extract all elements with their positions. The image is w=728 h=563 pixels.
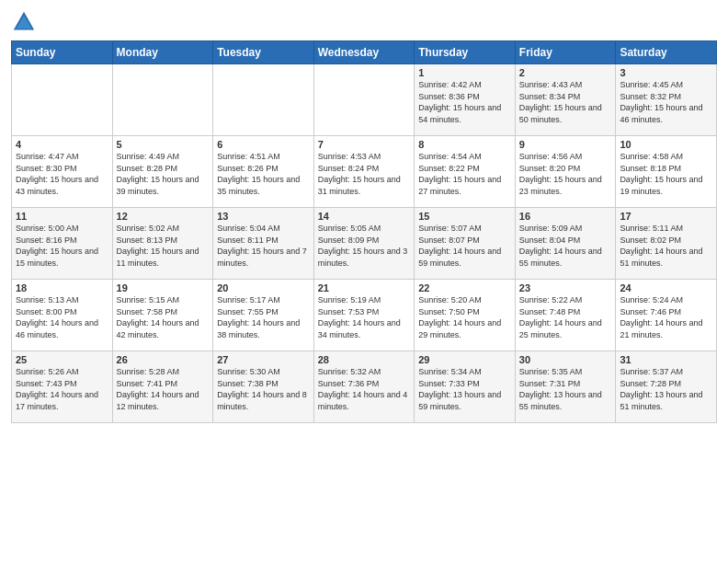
calendar-cell: 30Sunrise: 5:35 AMSunset: 7:31 PMDayligh… (515, 351, 616, 423)
calendar-cell: 23Sunrise: 5:22 AMSunset: 7:48 PMDayligh… (515, 280, 616, 351)
day-info: Sunrise: 5:11 AMSunset: 8:02 PMDaylight:… (620, 223, 712, 269)
weekday-header-thursday: Thursday (415, 41, 516, 64)
day-number: 23 (519, 282, 612, 293)
day-info: Sunrise: 5:15 AMSunset: 7:58 PMDaylight:… (117, 294, 210, 340)
day-number: 12 (117, 211, 210, 222)
day-info: Sunrise: 5:32 AMSunset: 7:36 PMDaylight:… (318, 366, 411, 412)
day-info: Sunrise: 5:19 AMSunset: 7:53 PMDaylight:… (318, 294, 411, 340)
weekday-header-sunday: Sunday (12, 41, 113, 64)
day-number: 18 (16, 282, 108, 293)
logo (11, 9, 40, 35)
calendar-cell: 16Sunrise: 5:09 AMSunset: 8:04 PMDayligh… (515, 208, 616, 280)
day-number: 2 (519, 67, 612, 78)
day-number: 14 (318, 211, 411, 222)
day-number: 3 (620, 67, 712, 78)
day-number: 31 (620, 354, 712, 365)
calendar-week-1: 1Sunrise: 4:42 AMSunset: 8:36 PMDaylight… (12, 64, 717, 136)
weekday-header-wednesday: Wednesday (313, 41, 415, 64)
day-number: 21 (318, 282, 411, 293)
day-number: 8 (418, 139, 511, 150)
day-number: 6 (217, 139, 310, 150)
day-info: Sunrise: 5:00 AMSunset: 8:16 PMDaylight:… (16, 223, 108, 269)
calendar-cell (12, 64, 113, 136)
calendar-cell: 29Sunrise: 5:34 AMSunset: 7:33 PMDayligh… (415, 351, 516, 423)
day-info: Sunrise: 5:28 AMSunset: 7:41 PMDaylight:… (117, 366, 210, 412)
calendar-cell: 6Sunrise: 4:51 AMSunset: 8:26 PMDaylight… (213, 136, 314, 208)
weekday-header-friday: Friday (515, 41, 616, 64)
day-info: Sunrise: 5:09 AMSunset: 8:04 PMDaylight:… (519, 223, 612, 269)
day-info: Sunrise: 4:47 AMSunset: 8:30 PMDaylight:… (16, 151, 108, 197)
day-info: Sunrise: 4:56 AMSunset: 8:20 PMDaylight:… (519, 151, 612, 197)
day-number: 25 (16, 354, 108, 365)
day-number: 7 (318, 139, 411, 150)
calendar-cell: 24Sunrise: 5:24 AMSunset: 7:46 PMDayligh… (616, 280, 717, 351)
day-info: Sunrise: 5:17 AMSunset: 7:55 PMDaylight:… (217, 294, 310, 340)
day-number: 22 (418, 282, 511, 293)
day-number: 27 (217, 354, 310, 365)
calendar-cell: 4Sunrise: 4:47 AMSunset: 8:30 PMDaylight… (12, 136, 113, 208)
calendar-cell: 3Sunrise: 4:45 AMSunset: 8:32 PMDaylight… (616, 64, 717, 136)
day-number: 24 (620, 282, 712, 293)
calendar-cell: 10Sunrise: 4:58 AMSunset: 8:18 PMDayligh… (616, 136, 717, 208)
day-number: 10 (620, 139, 712, 150)
calendar-week-3: 11Sunrise: 5:00 AMSunset: 8:16 PMDayligh… (12, 208, 717, 280)
day-number: 16 (519, 211, 612, 222)
day-info: Sunrise: 5:07 AMSunset: 8:07 PMDaylight:… (418, 223, 511, 269)
calendar-cell: 28Sunrise: 5:32 AMSunset: 7:36 PMDayligh… (313, 351, 415, 423)
day-number: 29 (418, 354, 511, 365)
day-info: Sunrise: 4:45 AMSunset: 8:32 PMDaylight:… (620, 79, 712, 125)
day-info: Sunrise: 5:02 AMSunset: 8:13 PMDaylight:… (117, 223, 210, 269)
calendar-cell: 25Sunrise: 5:26 AMSunset: 7:43 PMDayligh… (12, 351, 113, 423)
calendar-cell: 1Sunrise: 4:42 AMSunset: 8:36 PMDaylight… (415, 64, 516, 136)
calendar-cell: 26Sunrise: 5:28 AMSunset: 7:41 PMDayligh… (112, 351, 213, 423)
day-info: Sunrise: 4:54 AMSunset: 8:22 PMDaylight:… (418, 151, 511, 197)
day-info: Sunrise: 5:04 AMSunset: 8:11 PMDaylight:… (217, 223, 310, 269)
day-number: 17 (620, 211, 712, 222)
day-number: 30 (519, 354, 612, 365)
day-number: 19 (117, 282, 210, 293)
calendar-week-2: 4Sunrise: 4:47 AMSunset: 8:30 PMDaylight… (12, 136, 717, 208)
calendar-week-4: 18Sunrise: 5:13 AMSunset: 8:00 PMDayligh… (12, 280, 717, 351)
day-info: Sunrise: 4:42 AMSunset: 8:36 PMDaylight:… (418, 79, 511, 125)
calendar-week-5: 25Sunrise: 5:26 AMSunset: 7:43 PMDayligh… (12, 351, 717, 423)
day-info: Sunrise: 4:53 AMSunset: 8:24 PMDaylight:… (318, 151, 411, 197)
day-info: Sunrise: 5:22 AMSunset: 7:48 PMDaylight:… (519, 294, 612, 340)
day-info: Sunrise: 5:13 AMSunset: 8:00 PMDaylight:… (16, 294, 108, 340)
day-number: 11 (16, 211, 108, 222)
day-info: Sunrise: 4:58 AMSunset: 8:18 PMDaylight:… (620, 151, 712, 197)
day-info: Sunrise: 5:30 AMSunset: 7:38 PMDaylight:… (217, 366, 310, 412)
calendar-cell: 27Sunrise: 5:30 AMSunset: 7:38 PMDayligh… (213, 351, 314, 423)
calendar-cell: 17Sunrise: 5:11 AMSunset: 8:02 PMDayligh… (616, 208, 717, 280)
calendar-cell: 21Sunrise: 5:19 AMSunset: 7:53 PMDayligh… (313, 280, 415, 351)
weekday-header-tuesday: Tuesday (213, 41, 314, 64)
calendar-cell: 12Sunrise: 5:02 AMSunset: 8:13 PMDayligh… (112, 208, 213, 280)
calendar-cell: 5Sunrise: 4:49 AMSunset: 8:28 PMDaylight… (112, 136, 213, 208)
calendar-cell: 11Sunrise: 5:00 AMSunset: 8:16 PMDayligh… (12, 208, 113, 280)
calendar-cell (313, 64, 415, 136)
day-info: Sunrise: 4:43 AMSunset: 8:34 PMDaylight:… (519, 79, 612, 125)
calendar-cell: 18Sunrise: 5:13 AMSunset: 8:00 PMDayligh… (12, 280, 113, 351)
weekday-header-row: SundayMondayTuesdayWednesdayThursdayFrid… (12, 41, 717, 64)
calendar-cell: 22Sunrise: 5:20 AMSunset: 7:50 PMDayligh… (415, 280, 516, 351)
calendar-table: SundayMondayTuesdayWednesdayThursdayFrid… (11, 40, 717, 423)
header (11, 9, 717, 35)
calendar-cell: 20Sunrise: 5:17 AMSunset: 7:55 PMDayligh… (213, 280, 314, 351)
day-number: 20 (217, 282, 310, 293)
day-info: Sunrise: 4:49 AMSunset: 8:28 PMDaylight:… (117, 151, 210, 197)
calendar-cell: 13Sunrise: 5:04 AMSunset: 8:11 PMDayligh… (213, 208, 314, 280)
day-info: Sunrise: 4:51 AMSunset: 8:26 PMDaylight:… (217, 151, 310, 197)
day-number: 26 (117, 354, 210, 365)
calendar-cell: 19Sunrise: 5:15 AMSunset: 7:58 PMDayligh… (112, 280, 213, 351)
day-number: 4 (16, 139, 108, 150)
day-number: 13 (217, 211, 310, 222)
calendar-cell (213, 64, 314, 136)
calendar-cell: 15Sunrise: 5:07 AMSunset: 8:07 PMDayligh… (415, 208, 516, 280)
day-info: Sunrise: 5:24 AMSunset: 7:46 PMDaylight:… (620, 294, 712, 340)
calendar-cell: 31Sunrise: 5:37 AMSunset: 7:28 PMDayligh… (616, 351, 717, 423)
calendar-cell: 8Sunrise: 4:54 AMSunset: 8:22 PMDaylight… (415, 136, 516, 208)
day-number: 5 (117, 139, 210, 150)
calendar-cell: 2Sunrise: 4:43 AMSunset: 8:34 PMDaylight… (515, 64, 616, 136)
day-number: 1 (418, 67, 511, 78)
day-number: 9 (519, 139, 612, 150)
day-info: Sunrise: 5:05 AMSunset: 8:09 PMDaylight:… (318, 223, 411, 269)
